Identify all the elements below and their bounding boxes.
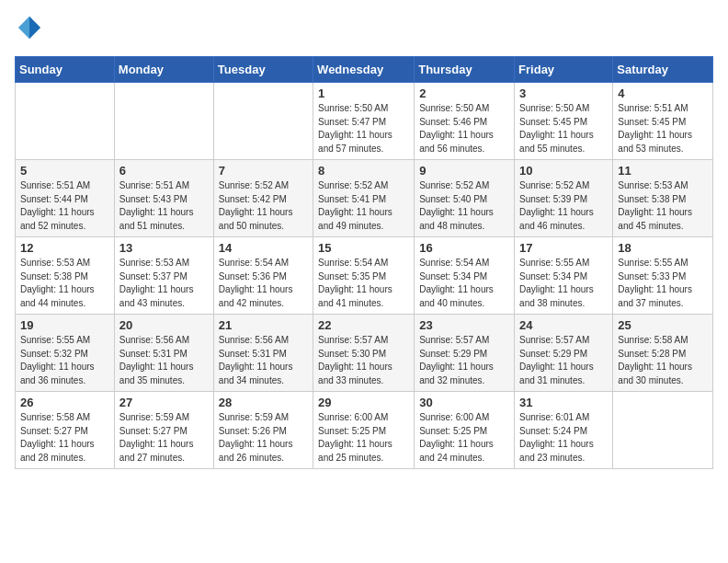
weekday-header: Wednesday <box>313 57 415 83</box>
day-info: Sunrise: 5:59 AM Sunset: 5:27 PM Dayligh… <box>119 411 209 465</box>
day-number: 18 <box>618 241 708 255</box>
calendar-cell: 14Sunrise: 5:54 AM Sunset: 5:36 PM Dayli… <box>213 237 313 315</box>
calendar-cell: 10Sunrise: 5:52 AM Sunset: 5:39 PM Dayli… <box>515 160 613 237</box>
day-info: Sunrise: 5:52 AM Sunset: 5:39 PM Dayligh… <box>519 179 608 233</box>
calendar-cell: 31Sunrise: 6:01 AM Sunset: 5:24 PM Dayli… <box>515 392 613 469</box>
calendar-cell: 15Sunrise: 5:54 AM Sunset: 5:35 PM Dayli… <box>313 237 415 315</box>
day-number: 13 <box>119 241 209 255</box>
day-number: 31 <box>519 396 608 409</box>
day-number: 28 <box>219 396 308 409</box>
calendar-cell: 1Sunrise: 5:50 AM Sunset: 5:47 PM Daylig… <box>313 83 415 160</box>
day-info: Sunrise: 5:51 AM Sunset: 5:43 PM Dayligh… <box>119 179 209 233</box>
calendar-cell <box>16 83 115 160</box>
day-info: Sunrise: 5:57 AM Sunset: 5:30 PM Dayligh… <box>318 334 409 387</box>
day-number: 7 <box>219 164 308 178</box>
day-info: Sunrise: 5:51 AM Sunset: 5:45 PM Dayligh… <box>618 102 708 155</box>
day-info: Sunrise: 6:01 AM Sunset: 5:24 PM Dayligh… <box>519 411 608 465</box>
calendar-cell: 23Sunrise: 5:57 AM Sunset: 5:29 PM Dayli… <box>415 315 515 392</box>
day-number: 4 <box>618 86 708 100</box>
day-number: 25 <box>618 318 708 332</box>
page-header <box>15 15 713 45</box>
calendar-week-row: 19Sunrise: 5:55 AM Sunset: 5:32 PM Dayli… <box>16 315 713 392</box>
day-number: 24 <box>519 318 608 332</box>
calendar-cell: 20Sunrise: 5:56 AM Sunset: 5:31 PM Dayli… <box>114 315 213 392</box>
day-number: 23 <box>419 318 509 332</box>
day-number: 30 <box>419 396 509 409</box>
day-info: Sunrise: 5:55 AM Sunset: 5:33 PM Dayligh… <box>618 257 708 310</box>
day-number: 12 <box>20 241 109 255</box>
day-info: Sunrise: 5:55 AM Sunset: 5:34 PM Dayligh… <box>519 257 608 310</box>
day-number: 5 <box>20 164 109 178</box>
calendar-cell: 30Sunrise: 6:00 AM Sunset: 5:25 PM Dayli… <box>415 392 515 469</box>
calendar-cell: 11Sunrise: 5:53 AM Sunset: 5:38 PM Dayli… <box>613 160 713 237</box>
day-number: 10 <box>519 164 608 178</box>
calendar-cell: 4Sunrise: 5:51 AM Sunset: 5:45 PM Daylig… <box>613 83 713 160</box>
day-number: 17 <box>519 241 608 255</box>
weekday-header: Sunday <box>16 57 115 83</box>
calendar-cell: 8Sunrise: 5:52 AM Sunset: 5:41 PM Daylig… <box>313 160 415 237</box>
calendar-week-row: 26Sunrise: 5:58 AM Sunset: 5:27 PM Dayli… <box>16 392 713 469</box>
calendar-cell: 26Sunrise: 5:58 AM Sunset: 5:27 PM Dayli… <box>16 392 115 469</box>
day-number: 26 <box>20 396 109 409</box>
day-info: Sunrise: 5:52 AM Sunset: 5:40 PM Dayligh… <box>419 179 509 233</box>
day-info: Sunrise: 5:58 AM Sunset: 5:28 PM Dayligh… <box>618 334 708 387</box>
day-info: Sunrise: 5:54 AM Sunset: 5:34 PM Dayligh… <box>419 257 509 310</box>
calendar-cell: 27Sunrise: 5:59 AM Sunset: 5:27 PM Dayli… <box>114 392 213 469</box>
day-number: 2 <box>419 86 509 100</box>
day-number: 15 <box>318 241 409 255</box>
day-info: Sunrise: 6:00 AM Sunset: 5:25 PM Dayligh… <box>318 411 409 465</box>
calendar-cell: 29Sunrise: 6:00 AM Sunset: 5:25 PM Dayli… <box>313 392 415 469</box>
day-number: 21 <box>219 318 308 332</box>
day-info: Sunrise: 5:55 AM Sunset: 5:32 PM Dayligh… <box>20 334 109 387</box>
calendar-cell: 17Sunrise: 5:55 AM Sunset: 5:34 PM Dayli… <box>515 237 613 315</box>
calendar-cell: 5Sunrise: 5:51 AM Sunset: 5:44 PM Daylig… <box>16 160 115 237</box>
day-info: Sunrise: 5:56 AM Sunset: 5:31 PM Dayligh… <box>219 334 308 387</box>
day-number: 6 <box>119 164 209 178</box>
calendar-cell: 25Sunrise: 5:58 AM Sunset: 5:28 PM Dayli… <box>613 315 713 392</box>
calendar-cell: 18Sunrise: 5:55 AM Sunset: 5:33 PM Dayli… <box>613 237 713 315</box>
calendar-cell: 19Sunrise: 5:55 AM Sunset: 5:32 PM Dayli… <box>16 315 115 392</box>
day-number: 20 <box>119 318 209 332</box>
day-info: Sunrise: 5:50 AM Sunset: 5:46 PM Dayligh… <box>419 102 509 155</box>
day-number: 29 <box>318 396 409 409</box>
weekday-header: Thursday <box>415 57 515 83</box>
day-number: 16 <box>419 241 509 255</box>
logo-icon <box>17 15 42 40</box>
day-info: Sunrise: 5:51 AM Sunset: 5:44 PM Dayligh… <box>20 179 109 233</box>
calendar-cell: 12Sunrise: 5:53 AM Sunset: 5:38 PM Dayli… <box>16 237 115 315</box>
day-info: Sunrise: 5:58 AM Sunset: 5:27 PM Dayligh… <box>20 411 109 465</box>
day-info: Sunrise: 5:52 AM Sunset: 5:41 PM Dayligh… <box>318 179 409 233</box>
day-number: 9 <box>419 164 509 178</box>
calendar-week-row: 1Sunrise: 5:50 AM Sunset: 5:47 PM Daylig… <box>16 83 713 160</box>
logo-text-block <box>15 15 42 45</box>
svg-marker-0 <box>29 17 40 39</box>
calendar-cell: 2Sunrise: 5:50 AM Sunset: 5:46 PM Daylig… <box>415 83 515 160</box>
day-info: Sunrise: 5:52 AM Sunset: 5:42 PM Dayligh… <box>219 179 308 233</box>
day-info: Sunrise: 5:50 AM Sunset: 5:45 PM Dayligh… <box>519 102 608 155</box>
day-number: 1 <box>318 86 409 100</box>
svg-marker-1 <box>18 17 29 39</box>
calendar-week-row: 12Sunrise: 5:53 AM Sunset: 5:38 PM Dayli… <box>16 237 713 315</box>
day-number: 8 <box>318 164 409 178</box>
day-info: Sunrise: 5:57 AM Sunset: 5:29 PM Dayligh… <box>519 334 608 387</box>
calendar-week-row: 5Sunrise: 5:51 AM Sunset: 5:44 PM Daylig… <box>16 160 713 237</box>
calendar-header-row: SundayMondayTuesdayWednesdayThursdayFrid… <box>16 57 713 83</box>
day-number: 3 <box>519 86 608 100</box>
day-info: Sunrise: 6:00 AM Sunset: 5:25 PM Dayligh… <box>419 411 509 465</box>
day-info: Sunrise: 5:53 AM Sunset: 5:37 PM Dayligh… <box>119 257 209 310</box>
day-info: Sunrise: 5:56 AM Sunset: 5:31 PM Dayligh… <box>119 334 209 387</box>
day-info: Sunrise: 5:53 AM Sunset: 5:38 PM Dayligh… <box>618 179 708 233</box>
calendar-cell: 16Sunrise: 5:54 AM Sunset: 5:34 PM Dayli… <box>415 237 515 315</box>
day-info: Sunrise: 5:59 AM Sunset: 5:26 PM Dayligh… <box>219 411 308 465</box>
day-number: 11 <box>618 164 708 178</box>
calendar-cell: 9Sunrise: 5:52 AM Sunset: 5:40 PM Daylig… <box>415 160 515 237</box>
calendar-cell: 13Sunrise: 5:53 AM Sunset: 5:37 PM Dayli… <box>114 237 213 315</box>
calendar-cell: 21Sunrise: 5:56 AM Sunset: 5:31 PM Dayli… <box>213 315 313 392</box>
logo <box>15 15 42 45</box>
calendar-cell: 7Sunrise: 5:52 AM Sunset: 5:42 PM Daylig… <box>213 160 313 237</box>
calendar-cell: 3Sunrise: 5:50 AM Sunset: 5:45 PM Daylig… <box>515 83 613 160</box>
calendar-table: SundayMondayTuesdayWednesdayThursdayFrid… <box>15 56 713 469</box>
day-number: 19 <box>20 318 109 332</box>
day-info: Sunrise: 5:54 AM Sunset: 5:36 PM Dayligh… <box>219 257 308 310</box>
weekday-header: Saturday <box>613 57 713 83</box>
